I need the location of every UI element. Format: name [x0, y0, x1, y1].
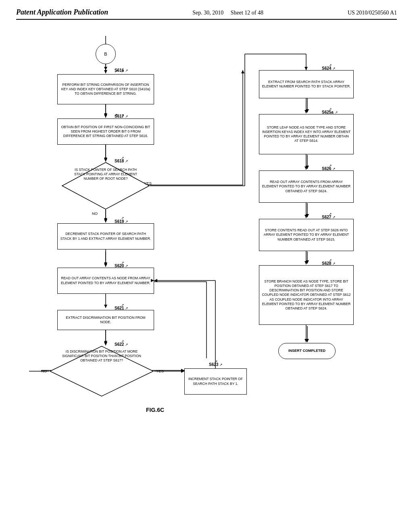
s618-yes-label: YES: [144, 181, 152, 185]
s621-box: EXTRACT DISCRIMINATION BIT POSITION FROM…: [57, 310, 154, 330]
svg-marker-25: [306, 166, 309, 169]
publication-title: Patent Application Publication: [16, 8, 108, 17]
flowchart: B S616 ↗ PERFORM BIT STRING COMPARISON O…: [17, 32, 396, 495]
s622-no-label: NO: [41, 369, 47, 373]
svg-marker-64: [305, 110, 308, 113]
svg-marker-10: [104, 218, 107, 221]
svg-marker-18: [181, 369, 184, 372]
svg-marker-54: [104, 342, 107, 345]
svg-marker-56: [104, 158, 107, 162]
svg-marker-60: [104, 70, 107, 73]
svg-marker-62: [104, 219, 107, 222]
svg-marker-3: [104, 113, 107, 116]
fig-label: FIG.6C: [146, 407, 164, 413]
svg-marker-31: [306, 339, 309, 342]
svg-marker-70: [305, 261, 308, 264]
page-header: Patent Application Publication Sep. 30, …: [16, 8, 397, 20]
s627-box: STORE CONTENTS READ OUT AT STEP S626 INT…: [259, 219, 354, 251]
page: Patent Application Publication Sep. 30, …: [0, 0, 413, 532]
s624-box: EXTRACT FROM SEARCH PATH STACK ARRAY ELE…: [259, 70, 354, 98]
s620-box: READ OUT ARRAY CONTENTS AS NODE FROM ARR…: [57, 268, 154, 294]
node-B: B: [96, 44, 116, 64]
s628-box: STORE BRANCH NODE AS NODE TYPE, STORE BI…: [259, 265, 354, 325]
svg-marker-68: [305, 215, 308, 218]
s623-box: INCREMENT STACK POINTER OF SEARCH PATH S…: [184, 368, 247, 395]
svg-marker-58: [104, 114, 107, 118]
header-center: Sep. 30, 2010 Sheet 12 of 48: [192, 8, 263, 16]
svg-marker-5: [104, 158, 107, 161]
sheet-info: Sheet 12 of 48: [231, 10, 263, 16]
s619-box: DECREMENT STACK POINTER OF SEARCH PATH S…: [57, 223, 154, 249]
s618-diamond: IS STACK POINTER OF SEARCH PATH STACK PO…: [61, 162, 150, 210]
svg-marker-66: [305, 166, 308, 170]
s623-label: S623 ↗: [209, 362, 223, 367]
s616-label: S616 ↗: [115, 68, 128, 73]
svg-marker-46: [154, 279, 157, 282]
s625a-box: STORE LEAF NODE AS NODE TYPE AND STORE I…: [259, 114, 354, 154]
s618-no-label: NO: [92, 211, 98, 216]
svg-marker-48: [181, 370, 184, 373]
svg-marker-16: [104, 341, 107, 344]
s626-box: READ OUT ARRAY CONTENTS FROM ARRAY ELEME…: [259, 170, 354, 203]
svg-marker-1: [104, 67, 107, 70]
s617-box: OBTAIN BIT POSITION OF FIRST NON-COINCID…: [57, 118, 154, 145]
svg-marker-23: [306, 109, 309, 112]
svg-marker-8: [241, 70, 244, 73]
svg-marker-14: [104, 305, 107, 308]
svg-marker-29: [306, 260, 309, 264]
s617-label: S617 ↗: [115, 114, 128, 118]
s622-diamond: IS DISCRIMINATION BIT POSITION AT MORE S…: [49, 345, 154, 397]
s622-yes-label: YES: [156, 369, 164, 373]
svg-marker-72: [305, 339, 308, 342]
svg-marker-40: [305, 67, 308, 70]
svg-line-35: [154, 70, 259, 186]
patent-number: US 2010/0250560 A1: [348, 8, 397, 16]
svg-marker-27: [306, 214, 309, 217]
pub-date: Sep. 30, 2010: [192, 10, 223, 16]
svg-marker-12: [104, 262, 107, 266]
svg-marker-50: [104, 264, 107, 267]
insert-completed-box: INSERT COMPLETED: [278, 343, 336, 359]
s616-box: PERFORM BIT STRING COMPARISON OF INSERTI…: [57, 74, 154, 104]
